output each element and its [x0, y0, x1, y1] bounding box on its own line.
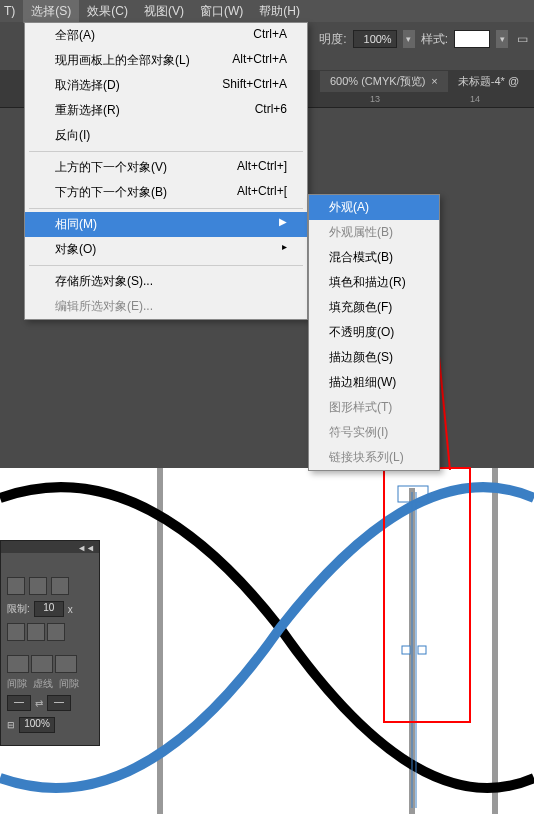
separator — [29, 265, 303, 266]
ruler-mark: 13 — [370, 94, 380, 104]
menu-save-selection[interactable]: 存储所选对象(S)... — [25, 269, 307, 294]
arrow-end[interactable]: — — [47, 695, 71, 711]
arrow-start[interactable]: — — [7, 695, 31, 711]
same-submenu: 外观(A) 外观属性(B) 混合模式(B) 填色和描边(R) 填充颜色(F) 不… — [308, 194, 440, 471]
cap-butt-icon[interactable] — [7, 577, 25, 595]
align-stroke-outside-icon[interactable] — [47, 623, 65, 641]
limit-field[interactable]: 10 — [34, 601, 64, 617]
opacity-dropdown-icon[interactable]: ▾ — [403, 30, 415, 48]
swap-arrows-icon[interactable]: ⇄ — [35, 698, 43, 709]
menu-select[interactable]: 选择(S) — [23, 0, 79, 23]
doc-setup-icon[interactable]: ▭ — [514, 32, 530, 46]
menu-deselect[interactable]: 取消选择(D)Shift+Ctrl+A — [25, 73, 307, 98]
menu-help[interactable]: 帮助(H) — [251, 0, 308, 23]
align-stroke-center-icon[interactable] — [7, 623, 25, 641]
submenu-appearance-attr: 外观属性(B) — [309, 220, 439, 245]
menu-reselect[interactable]: 重新选择(R)Ctrl+6 — [25, 98, 307, 123]
gap-label-2: 间隙 — [59, 677, 79, 691]
gap-label: 间隙 — [7, 677, 27, 691]
tab-label: 未标题-4* @ — [458, 74, 519, 89]
align-stroke-inside-icon[interactable] — [27, 623, 45, 641]
menu-object[interactable]: 对象(O)▸ — [25, 237, 307, 262]
submenu-arrow-icon: ▶ — [279, 216, 287, 233]
options-bar: 明度: 100% ▾ 样式: ▾ ▭ — [319, 30, 530, 48]
stroke-panel: ◄◄ 限制: 10 x 间隙 虚线 间隙 — — [0, 540, 100, 746]
submenu-opacity[interactable]: 不透明度(O) — [309, 320, 439, 345]
submenu-fill-color[interactable]: 填充颜色(F) — [309, 295, 439, 320]
menu-all-artboard[interactable]: 现用画板上的全部对象(L)Alt+Ctrl+A — [25, 48, 307, 73]
panel-header: ◄◄ — [1, 541, 99, 553]
style-dropdown-icon[interactable]: ▾ — [496, 30, 508, 48]
menu-next-above[interactable]: 上方的下一个对象(V)Alt+Ctrl+] — [25, 155, 307, 180]
menu-all[interactable]: 全部(A)Ctrl+A — [25, 23, 307, 48]
annotation-box — [383, 467, 471, 723]
submenu-symbol-instance: 符号实例(I) — [309, 420, 439, 445]
select-menu-dropdown: 全部(A)Ctrl+A 现用画板上的全部对象(L)Alt+Ctrl+A 取消选择… — [24, 22, 308, 320]
limit-label: 限制: — [7, 602, 30, 616]
menu-view[interactable]: 视图(V) — [136, 0, 192, 23]
cap-square-icon[interactable] — [51, 577, 69, 595]
cap-round-icon[interactable] — [29, 577, 47, 595]
style-label: 样式: — [421, 31, 448, 48]
gap-field[interactable] — [31, 655, 53, 673]
menubar: T) 选择(S) 效果(C) 视图(V) 窗口(W) 帮助(H) — [0, 0, 534, 22]
submenu-stroke-weight[interactable]: 描边粗细(W) — [309, 370, 439, 395]
menu-effect[interactable]: 效果(C) — [79, 0, 136, 23]
ruler-mark: 14 — [470, 94, 480, 104]
tab-label: 600% (CMYK/预览) — [330, 74, 425, 89]
opacity-label: 明度: — [319, 31, 346, 48]
submenu-arrow-icon: ▸ — [282, 241, 287, 258]
dash-field-2[interactable] — [55, 655, 77, 673]
menu-same[interactable]: 相同(M)▶ — [25, 212, 307, 237]
tab-document-1[interactable]: 600% (CMYK/预览) × — [320, 71, 448, 92]
submenu-graphic-style: 图形样式(T) — [309, 395, 439, 420]
menu-edit-selection: 编辑所选对象(E)... — [25, 294, 307, 319]
tab-document-2[interactable]: 未标题-4* @ — [448, 71, 529, 92]
submenu-appearance[interactable]: 外观(A) — [309, 195, 439, 220]
menu-inverse[interactable]: 反向(I) — [25, 123, 307, 148]
menu-next-below[interactable]: 下方的下一个对象(B)Alt+Ctrl+[ — [25, 180, 307, 205]
opacity-field[interactable]: 100% — [353, 30, 397, 48]
scale-link-icon[interactable]: ⊟ — [7, 720, 15, 730]
menu-window[interactable]: 窗口(W) — [192, 0, 251, 23]
close-icon[interactable]: × — [431, 75, 437, 87]
separator — [29, 208, 303, 209]
style-swatch[interactable] — [454, 30, 490, 48]
menu-cut[interactable]: T) — [0, 1, 23, 21]
scale-field[interactable]: 100% — [19, 717, 55, 733]
submenu-link-block: 链接块系列(L) — [309, 445, 439, 470]
submenu-fill-stroke[interactable]: 填色和描边(R) — [309, 270, 439, 295]
dash-field[interactable] — [7, 655, 29, 673]
submenu-blend-mode[interactable]: 混合模式(B) — [309, 245, 439, 270]
limit-suffix: x — [68, 604, 73, 615]
separator — [29, 151, 303, 152]
collapse-icon[interactable]: ◄◄ — [77, 543, 95, 551]
dash-label: 虚线 — [33, 677, 53, 691]
submenu-stroke-color[interactable]: 描边颜色(S) — [309, 345, 439, 370]
